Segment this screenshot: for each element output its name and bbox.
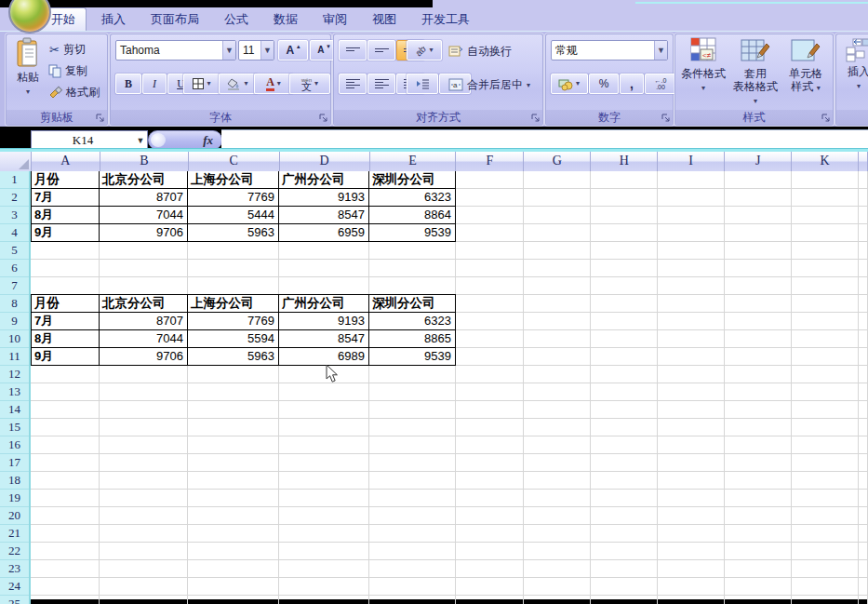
column-header-J[interactable]: J xyxy=(725,152,792,171)
cell[interactable]: 7044 xyxy=(100,330,188,348)
increase-font-size-button[interactable]: A▴ xyxy=(278,40,308,60)
wrap-text-button[interactable]: 自动换行 xyxy=(449,44,512,60)
column-header-D[interactable]: D xyxy=(280,152,370,171)
format-painter-button[interactable]: 格式刷 xyxy=(49,85,100,101)
cell[interactable]: 9月 xyxy=(32,348,100,366)
font-dialog-launcher-icon[interactable] xyxy=(318,113,328,123)
name-box-dropdown-arrow[interactable]: ▼ xyxy=(134,136,147,145)
row-header-16[interactable]: 16 xyxy=(0,436,29,454)
cell[interactable]: 8547 xyxy=(279,207,369,224)
row-header-8[interactable]: 8 xyxy=(0,295,29,313)
cell[interactable]: 北京分公司 xyxy=(100,171,188,189)
cell[interactable]: 9193 xyxy=(279,189,369,207)
column-header-G[interactable]: G xyxy=(524,152,591,171)
fill-color-button[interactable]: ▾ xyxy=(219,74,258,94)
cell[interactable]: 8707 xyxy=(100,313,188,330)
cell[interactable]: 8月 xyxy=(32,207,100,224)
align-center-button[interactable] xyxy=(367,74,395,94)
styles-dialog-launcher-icon[interactable] xyxy=(821,113,831,123)
column-header-H[interactable]: H xyxy=(591,152,658,171)
font-size-dropdown-arrow[interactable]: ▼ xyxy=(260,41,274,60)
tab-公式[interactable]: 公式 xyxy=(214,7,259,31)
accounting-format-button[interactable]: ▾ xyxy=(551,74,588,94)
select-all-corner[interactable] xyxy=(0,152,32,171)
copy-button[interactable]: 复制 xyxy=(49,63,87,79)
cell[interactable]: 6959 xyxy=(279,224,369,242)
cell-styles-button[interactable]: 单元格 样式 ▾ xyxy=(781,38,830,95)
font-name-dropdown-arrow[interactable]: ▼ xyxy=(222,41,235,60)
row-header-18[interactable]: 18 xyxy=(0,472,29,490)
row-header-24[interactable]: 24 xyxy=(0,578,29,596)
cell[interactable]: 5963 xyxy=(188,348,279,366)
cell[interactable]: 深圳分公司 xyxy=(369,171,456,189)
cell[interactable]: 5963 xyxy=(188,224,279,242)
column-header-E[interactable]: E xyxy=(370,152,457,171)
row-header-25[interactable]: 25 xyxy=(0,596,29,604)
cell[interactable]: 8547 xyxy=(279,330,369,348)
cell[interactable]: 6323 xyxy=(369,313,456,330)
column-header-F[interactable]: F xyxy=(456,152,524,171)
paste-button[interactable]: 粘贴 ▾ xyxy=(10,38,46,97)
row-header-4[interactable]: 4 xyxy=(0,224,29,242)
column-header-K[interactable]: K xyxy=(792,152,859,171)
row-header-22[interactable]: 22 xyxy=(0,543,29,560)
cell[interactable]: 8707 xyxy=(100,189,188,207)
formula-input[interactable] xyxy=(221,129,868,149)
font-color-button[interactable]: A ▾ xyxy=(254,74,293,94)
row-header-6[interactable]: 6 xyxy=(0,260,29,277)
align-middle-button[interactable] xyxy=(367,40,395,60)
column-header-C[interactable]: C xyxy=(189,152,280,171)
cell[interactable]: 北京分公司 xyxy=(100,295,188,313)
italic-button[interactable]: I xyxy=(142,74,167,94)
bold-button[interactable]: B xyxy=(115,74,141,94)
orientation-button[interactable]: ab ▾ xyxy=(407,40,442,60)
row-header-21[interactable]: 21 xyxy=(0,525,29,543)
row-header-9[interactable]: 9 xyxy=(0,313,29,330)
row-header-5[interactable]: 5 xyxy=(0,242,29,260)
paste-dropdown-arrow[interactable]: ▾ xyxy=(26,87,30,96)
align-top-button[interactable] xyxy=(339,40,367,60)
row-header-10[interactable]: 10 xyxy=(0,330,29,348)
cell[interactable]: 7月 xyxy=(32,313,100,330)
increase-decimal-button[interactable]: ←.0 .00 xyxy=(645,74,676,94)
cell[interactable]: 广州分公司 xyxy=(279,295,369,313)
tab-视图[interactable]: 视图 xyxy=(362,7,407,31)
row-header-17[interactable]: 17 xyxy=(0,454,29,472)
alignment-dialog-launcher-icon[interactable] xyxy=(530,113,541,123)
insert-cells-button[interactable]: 插入 ▾ xyxy=(840,38,868,91)
merge-center-dropdown-arrow[interactable]: ▾ xyxy=(527,81,530,89)
number-format-combo[interactable]: 常规 ▼ xyxy=(551,40,668,60)
cell[interactable]: 6323 xyxy=(369,189,456,207)
cell[interactable]: 广州分公司 xyxy=(279,171,369,189)
clipboard-dialog-launcher-icon[interactable] xyxy=(95,113,105,123)
cell[interactable]: 7769 xyxy=(188,313,279,330)
cell[interactable]: 9706 xyxy=(100,348,188,366)
cell[interactable]: 上海分公司 xyxy=(188,295,279,313)
phonetic-guide-button[interactable]: wén 文 ▾ xyxy=(289,74,330,94)
tab-插入[interactable]: 插入 xyxy=(91,7,136,31)
cell[interactable]: 9539 xyxy=(369,348,456,366)
cell[interactable]: 9706 xyxy=(100,224,188,242)
cell[interactable]: 7769 xyxy=(188,189,279,207)
cell[interactable]: 9539 xyxy=(369,224,456,242)
font-size-combo[interactable]: 11 ▼ xyxy=(238,40,274,60)
cell[interactable]: 深圳分公司 xyxy=(369,295,456,313)
insert-function-button[interactable]: fx xyxy=(148,130,222,150)
spreadsheet-cells-area[interactable]: 月份北京分公司上海分公司广州分公司深圳分公司7月8707776991936323… xyxy=(31,171,868,604)
row-header-11[interactable]: 11 xyxy=(0,348,29,366)
comma-style-button[interactable]: , xyxy=(620,74,644,94)
row-header-20[interactable]: 20 xyxy=(0,507,29,525)
column-header-A[interactable]: A xyxy=(32,152,100,171)
cell[interactable]: 8864 xyxy=(369,207,456,224)
row-header-14[interactable]: 14 xyxy=(0,401,29,419)
insert-cells-arrow[interactable]: ▾ xyxy=(857,82,861,90)
cell[interactable]: 7月 xyxy=(32,189,100,207)
cell[interactable]: 9193 xyxy=(279,313,369,330)
row-header-23[interactable]: 23 xyxy=(0,560,29,578)
tab-开发工具[interactable]: 开发工具 xyxy=(411,7,480,31)
cell[interactable]: 8865 xyxy=(369,330,456,348)
font-name-combo[interactable]: Tahoma ▼ xyxy=(115,40,236,60)
cell[interactable]: 9月 xyxy=(32,224,100,242)
number-format-dropdown-arrow[interactable]: ▼ xyxy=(654,41,667,60)
borders-button[interactable]: ▾ xyxy=(183,74,220,94)
